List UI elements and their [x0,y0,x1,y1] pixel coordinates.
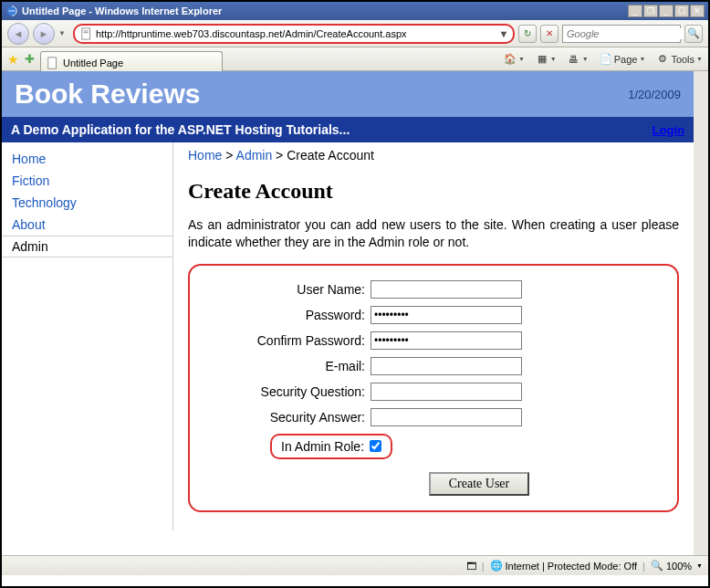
site-banner: Book Reviews 1/20/2009 [2,71,694,117]
feeds-menu[interactable]: ▦▼ [536,53,557,66]
login-link[interactable]: Login [653,123,684,137]
status-zone[interactable]: 🌐 Internet | Protected Mode: Off [490,560,638,572]
breadcrumb-admin[interactable]: Admin [236,148,273,163]
address-bar[interactable]: ▼ [73,24,515,44]
minimize-small-button[interactable]: _ [628,5,642,17]
confirm-password-label: Confirm Password: [201,333,371,348]
nav-fiction[interactable]: Fiction [2,170,172,192]
password-input[interactable] [371,306,522,324]
breadcrumb-current: Create Account [287,148,374,163]
tab-page-icon [47,57,59,69]
search-input[interactable] [567,28,694,39]
history-dropdown[interactable]: ▼ [58,29,69,37]
navigation-toolbar: ◄ ► ▼ ▼ ↻ ✕ 🔍 [2,20,708,47]
url-dropdown[interactable]: ▼ [496,28,511,39]
main-column: Home > Admin > Create Account Create Acc… [173,142,694,530]
in-admin-role-checkbox[interactable] [370,440,381,452]
maximize-button[interactable]: ☐ [674,5,689,17]
page-menu-icon: 📄 [600,53,612,66]
search-go-button[interactable]: 🔍 [684,25,703,43]
stop-button[interactable]: ✕ [540,25,559,43]
security-question-label: Security Question: [201,384,371,399]
zoom-control[interactable]: 🔍 100% ▼ [651,560,703,572]
email-label: E-mail: [201,359,371,373]
site-date: 1/20/2009 [628,88,681,101]
url-input[interactable] [96,28,496,39]
close-button[interactable]: ✕ [690,5,705,17]
password-label: Password: [201,308,371,322]
security-answer-label: Security Answer: [201,410,371,425]
print-icon: 🖶 [568,53,580,66]
page-heading: Create Account [188,179,679,204]
window-titlebar: Untitled Page - Windows Internet Explore… [2,2,708,20]
email-input[interactable] [371,357,522,375]
back-button[interactable]: ◄ [7,23,29,45]
rss-icon: ▦ [536,53,548,66]
ie-icon [5,5,18,17]
page-intro: As an administrator you can add new user… [188,216,679,251]
svg-rect-1 [82,27,90,38]
content-viewport: ▲ ▼ Book Reviews 1/20/2009 A Demo Applic… [2,71,708,555]
minimize-button[interactable]: _ [659,5,673,17]
print-menu[interactable]: 🖶▼ [568,53,589,66]
zoom-icon: 🔍 [651,560,663,572]
restore-small-button[interactable]: ❐ [643,5,658,17]
svg-rect-3 [84,32,89,33]
nav-home[interactable]: Home [2,148,172,170]
in-admin-role-group: In Admin Role: [270,434,392,459]
favorites-icon[interactable]: ★ [7,52,19,67]
in-admin-role-label: In Admin Role: [281,439,370,454]
tab-toolbar: ★ ✚ Untitled Page 🏠▼ ▦▼ 🖶▼ 📄Page▼ ⚙Tools… [2,47,708,71]
status-popup-icon[interactable]: 🗔 [466,561,476,572]
username-input[interactable] [371,280,522,299]
status-bar: 🗔 | 🌐 Internet | Protected Mode: Off | 🔍… [2,555,708,575]
window-title: Untitled Page - Windows Internet Explore… [22,5,628,16]
create-user-form: User Name: Password: Confirm Password: E… [188,264,679,512]
internet-zone-icon: 🌐 [490,560,503,572]
nav-admin[interactable]: Admin [2,236,172,257]
gear-icon: ⚙ [656,53,669,66]
scroll-down-button[interactable]: ▼ [694,541,708,555]
tools-menu[interactable]: ⚙Tools▼ [656,53,703,66]
search-box[interactable] [562,25,681,43]
svg-rect-2 [84,30,89,31]
refresh-button[interactable]: ↻ [518,25,537,43]
scroll-up-button[interactable]: ▲ [694,71,708,86]
home-icon: 🏠 [504,53,517,66]
confirm-password-input[interactable] [371,331,522,350]
page-icon [80,27,93,40]
svg-rect-4 [48,57,57,68]
nav-technology[interactable]: Technology [2,192,172,214]
page-menu[interactable]: 📄Page▼ [600,53,646,66]
username-label: User Name: [201,282,371,297]
home-menu[interactable]: 🏠▼ [504,53,525,66]
site-title: Book Reviews [15,79,200,110]
create-user-button[interactable]: Create User [429,472,529,496]
site-tagline-bar: A Demo Application for the ASP.NET Hosti… [2,117,694,142]
side-navigation: Home Fiction Technology About Admin [2,142,173,530]
browser-tab[interactable]: Untitled Page [40,51,223,71]
site-tagline: A Demo Application for the ASP.NET Hosti… [11,122,350,137]
nav-about[interactable]: About [2,214,172,236]
breadcrumb-home[interactable]: Home [188,148,222,163]
tab-title: Untitled Page [63,58,123,68]
security-answer-input[interactable] [371,408,522,426]
security-question-input[interactable] [371,383,522,401]
breadcrumb: Home > Admin > Create Account [188,148,679,163]
add-favorite-icon[interactable]: ✚ [25,52,35,66]
forward-button[interactable]: ► [33,23,55,45]
